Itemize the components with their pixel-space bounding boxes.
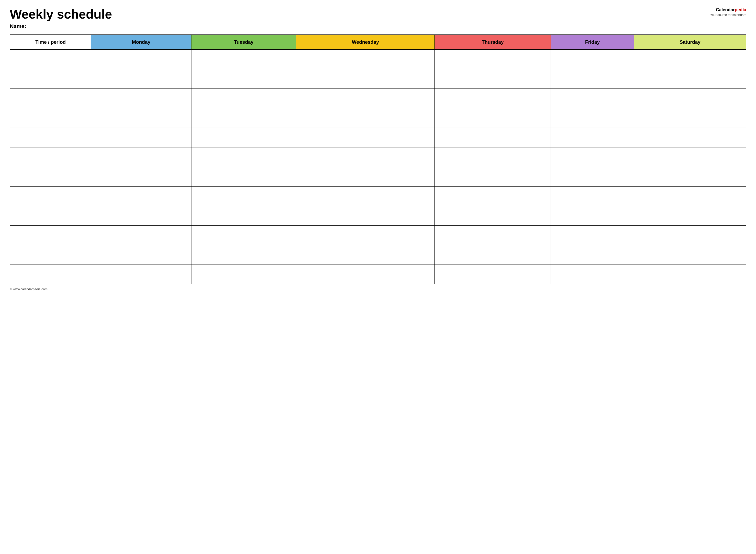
cell-wednesday[interactable] — [296, 128, 435, 147]
cell-monday[interactable] — [91, 89, 191, 108]
cell-saturday[interactable] — [634, 245, 746, 265]
cell-wednesday[interactable] — [296, 245, 435, 265]
cell-thursday[interactable] — [435, 128, 551, 147]
cell-saturday[interactable] — [634, 108, 746, 128]
cell-wednesday[interactable] — [296, 265, 435, 284]
col-header-tuesday: Tuesday — [192, 35, 296, 49]
cell-saturday[interactable] — [634, 186, 746, 206]
col-header-time: Time / period — [10, 35, 91, 49]
cell-wednesday[interactable] — [296, 69, 435, 89]
time-cell[interactable] — [10, 89, 91, 108]
col-header-monday: Monday — [91, 35, 191, 49]
cell-tuesday[interactable] — [192, 265, 296, 284]
cell-wednesday[interactable] — [296, 186, 435, 206]
time-cell[interactable] — [10, 206, 91, 225]
cell-tuesday[interactable] — [192, 89, 296, 108]
cell-saturday[interactable] — [634, 69, 746, 89]
cell-thursday[interactable] — [435, 245, 551, 265]
cell-friday[interactable] — [551, 89, 634, 108]
cell-thursday[interactable] — [435, 186, 551, 206]
cell-saturday[interactable] — [634, 206, 746, 225]
time-cell[interactable] — [10, 49, 91, 69]
time-cell[interactable] — [10, 265, 91, 284]
cell-tuesday[interactable] — [192, 245, 296, 265]
cell-wednesday[interactable] — [296, 147, 435, 167]
cell-tuesday[interactable] — [192, 147, 296, 167]
cell-thursday[interactable] — [435, 147, 551, 167]
cell-monday[interactable] — [91, 128, 191, 147]
cell-thursday[interactable] — [435, 69, 551, 89]
time-cell[interactable] — [10, 167, 91, 186]
cell-monday[interactable] — [91, 206, 191, 225]
time-cell[interactable] — [10, 186, 91, 206]
cell-friday[interactable] — [551, 128, 634, 147]
cell-wednesday[interactable] — [296, 167, 435, 186]
table-row — [10, 167, 746, 186]
cell-thursday[interactable] — [435, 49, 551, 69]
cell-tuesday[interactable] — [192, 128, 296, 147]
cell-saturday[interactable] — [634, 265, 746, 284]
table-row — [10, 49, 746, 69]
title-section: Weekly schedule Name: — [10, 7, 702, 30]
time-cell[interactable] — [10, 225, 91, 245]
cell-wednesday[interactable] — [296, 206, 435, 225]
cell-wednesday[interactable] — [296, 108, 435, 128]
cell-friday[interactable] — [551, 265, 634, 284]
cell-monday[interactable] — [91, 49, 191, 69]
cell-friday[interactable] — [551, 167, 634, 186]
cell-saturday[interactable] — [634, 147, 746, 167]
cell-tuesday[interactable] — [192, 69, 296, 89]
cell-saturday[interactable] — [634, 225, 746, 245]
table-row — [10, 186, 746, 206]
cell-monday[interactable] — [91, 147, 191, 167]
cell-thursday[interactable] — [435, 108, 551, 128]
cell-monday[interactable] — [91, 167, 191, 186]
cell-thursday[interactable] — [435, 206, 551, 225]
cell-thursday[interactable] — [435, 167, 551, 186]
schedule-table: Time / period Monday Tuesday Wednesday T… — [10, 35, 746, 284]
cell-wednesday[interactable] — [296, 225, 435, 245]
time-cell[interactable] — [10, 147, 91, 167]
cell-monday[interactable] — [91, 245, 191, 265]
cell-tuesday[interactable] — [192, 206, 296, 225]
cell-friday[interactable] — [551, 147, 634, 167]
cell-tuesday[interactable] — [192, 167, 296, 186]
table-row — [10, 245, 746, 265]
logo-section: Calendarpedia Your source for calendars — [702, 7, 746, 17]
cell-saturday[interactable] — [634, 128, 746, 147]
cell-thursday[interactable] — [435, 265, 551, 284]
cell-saturday[interactable] — [634, 49, 746, 69]
cell-tuesday[interactable] — [192, 49, 296, 69]
cell-monday[interactable] — [91, 225, 191, 245]
cell-friday[interactable] — [551, 206, 634, 225]
cell-friday[interactable] — [551, 69, 634, 89]
cell-friday[interactable] — [551, 49, 634, 69]
table-row — [10, 147, 746, 167]
cell-monday[interactable] — [91, 69, 191, 89]
cell-thursday[interactable] — [435, 89, 551, 108]
cell-saturday[interactable] — [634, 167, 746, 186]
col-header-wednesday: Wednesday — [296, 35, 435, 49]
footer: © www.calendarpedia.com — [10, 287, 746, 291]
cell-wednesday[interactable] — [296, 49, 435, 69]
page-header: Weekly schedule Name: Calendarpedia Your… — [10, 7, 746, 30]
logo-calendar: Calendar — [716, 7, 735, 12]
cell-monday[interactable] — [91, 186, 191, 206]
time-cell[interactable] — [10, 69, 91, 89]
cell-tuesday[interactable] — [192, 108, 296, 128]
cell-monday[interactable] — [91, 108, 191, 128]
cell-tuesday[interactable] — [192, 225, 296, 245]
cell-tuesday[interactable] — [192, 186, 296, 206]
time-cell[interactable] — [10, 128, 91, 147]
cell-wednesday[interactable] — [296, 89, 435, 108]
footer-url: © www.calendarpedia.com — [10, 287, 47, 291]
cell-thursday[interactable] — [435, 225, 551, 245]
cell-friday[interactable] — [551, 225, 634, 245]
time-cell[interactable] — [10, 108, 91, 128]
cell-saturday[interactable] — [634, 89, 746, 108]
cell-friday[interactable] — [551, 245, 634, 265]
cell-monday[interactable] — [91, 265, 191, 284]
time-cell[interactable] — [10, 245, 91, 265]
cell-friday[interactable] — [551, 186, 634, 206]
cell-friday[interactable] — [551, 108, 634, 128]
